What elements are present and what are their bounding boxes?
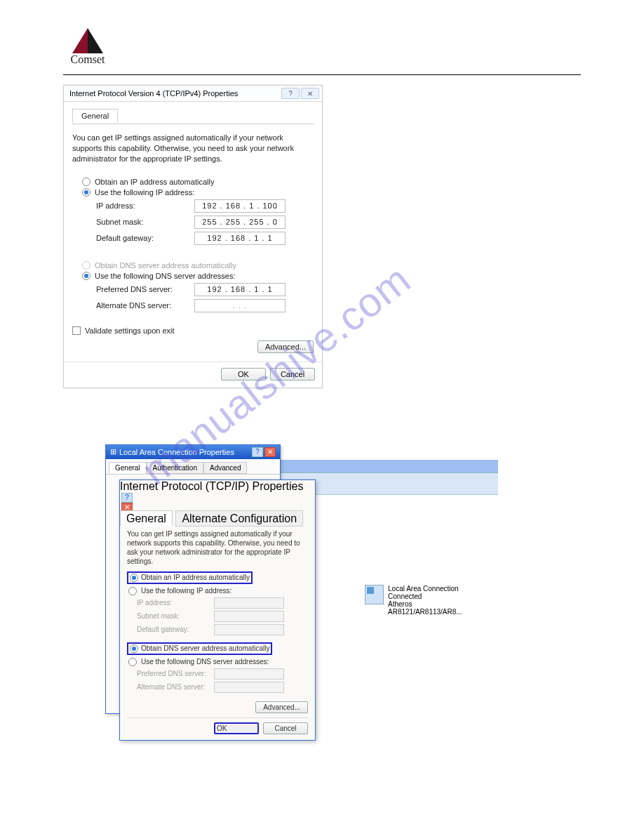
radio-manual-ip-label: Use the following IP address: <box>141 587 232 595</box>
ok-button[interactable]: OK <box>221 368 266 380</box>
adns-label: Alternate DNS server: <box>96 301 194 310</box>
radio-auto-dns[interactable] <box>130 644 138 653</box>
mask-label: Subnet mask: <box>96 218 194 226</box>
intro-text: You can get IP settings assigned automat… <box>72 133 314 164</box>
radio-auto-ip[interactable] <box>82 178 90 186</box>
cancel-button[interactable]: Cancel <box>263 722 308 734</box>
adns-input[interactable]: . . . <box>194 299 286 312</box>
radio-auto-ip[interactable] <box>130 574 138 582</box>
pdns-input <box>214 668 284 680</box>
tab-general[interactable]: General <box>120 510 173 527</box>
network-connection-item[interactable]: Local Area Connection Connected Atheros … <box>365 585 484 616</box>
mask-input[interactable]: 255 . 255 . 255 . 0 <box>194 216 286 229</box>
radio-manual-ip[interactable] <box>82 188 90 197</box>
adns-label: Alternate DNS server: <box>137 683 214 691</box>
radio-manual-dns[interactable] <box>128 658 137 666</box>
ipv4-properties-dialog: Internet Protocol Version 4 (TCP/IPv4) P… <box>63 85 323 388</box>
ok-button[interactable]: OK <box>214 722 259 734</box>
help-icon[interactable]: ? <box>252 447 263 457</box>
intro-text: You can get IP settings assigned automat… <box>127 529 308 566</box>
radio-auto-ip-label: Obtain an IP address automatically <box>95 178 214 186</box>
help-icon[interactable]: ? <box>121 493 133 503</box>
window-icon: ⊞ <box>110 447 116 456</box>
gw-input <box>214 624 284 635</box>
radio-manual-dns[interactable] <box>82 272 90 280</box>
radio-auto-dns-label: Obtain DNS server address automatically <box>95 261 236 270</box>
tab-alt-config[interactable]: Alternate Configuration <box>175 510 303 527</box>
highlight-auto-ip: Obtain an IP address automatically <box>127 571 253 584</box>
tab-advanced[interactable]: Advanced <box>203 462 247 474</box>
dialog-title: Internet Protocol Version 4 (TCP/IPv4) P… <box>69 89 280 98</box>
radio-manual-dns-label: Use the following DNS server addresses: <box>95 272 236 280</box>
pdns-input[interactable]: 192 . 168 . 1 . 1 <box>194 283 286 296</box>
pdns-label: Preferred DNS server: <box>137 670 214 677</box>
radio-auto-dns <box>82 261 90 270</box>
adns-input <box>214 682 284 693</box>
cancel-button[interactable]: Cancel <box>270 368 315 380</box>
ip-input[interactable]: 192 . 168 . 1 . 100 <box>194 199 286 213</box>
pdns-label: Preferred DNS server: <box>96 285 194 293</box>
ip-label: IP address: <box>96 201 194 210</box>
gw-label: Default gateway: <box>137 626 214 633</box>
net-line3: Atheros AR8121/AR8113/AR8... <box>388 600 484 616</box>
xp-screenshot-area: ⊞ Local Area Connection Properties ? ✕ G… <box>105 444 498 739</box>
radio-auto-dns-label: Obtain DNS server address automatically <box>141 644 269 652</box>
tab-auth[interactable]: Authentication <box>147 462 203 474</box>
mask-input <box>214 611 284 622</box>
advanced-button[interactable]: Advanced... <box>257 340 314 353</box>
lac-title: Local Area Connection Properties <box>119 448 250 456</box>
radio-manual-ip[interactable] <box>128 587 137 595</box>
validate-checkbox[interactable] <box>72 326 81 335</box>
close-icon[interactable]: ✕ <box>264 447 276 457</box>
radio-manual-ip-label: Use the following IP address: <box>95 188 194 197</box>
tcpip-properties-dialog: Internet Protocol (TCP/IP) Properties ? … <box>119 479 316 741</box>
network-icon <box>365 585 384 604</box>
brand-name: Comset <box>63 53 112 66</box>
net-line2: Connected <box>388 593 484 600</box>
highlight-auto-dns: Obtain DNS server address automatically <box>127 642 272 655</box>
help-icon[interactable]: ? <box>281 88 300 99</box>
divider <box>63 74 581 75</box>
validate-label: Validate settings upon exit <box>85 326 175 335</box>
tcpip-title: Internet Protocol (TCP/IP) Properties <box>120 480 303 492</box>
advanced-button[interactable]: Advanced... <box>255 701 308 713</box>
net-line1: Local Area Connection <box>388 585 484 593</box>
radio-manual-dns-label: Use the following DNS server addresses: <box>141 658 269 666</box>
gw-input[interactable]: 192 . 168 . 1 . 1 <box>194 232 286 245</box>
radio-auto-ip-label: Obtain an IP address automatically <box>141 574 250 581</box>
ip-label: IP address: <box>137 599 214 607</box>
close-icon[interactable]: ✕ <box>301 88 319 99</box>
mask-label: Subnet mask: <box>137 612 214 620</box>
tab-general[interactable]: General <box>109 462 147 474</box>
gw-label: Default gateway: <box>96 234 194 242</box>
tab-general[interactable]: General <box>72 109 118 123</box>
ip-input <box>214 597 284 609</box>
brand-logo: Comset <box>63 28 112 70</box>
